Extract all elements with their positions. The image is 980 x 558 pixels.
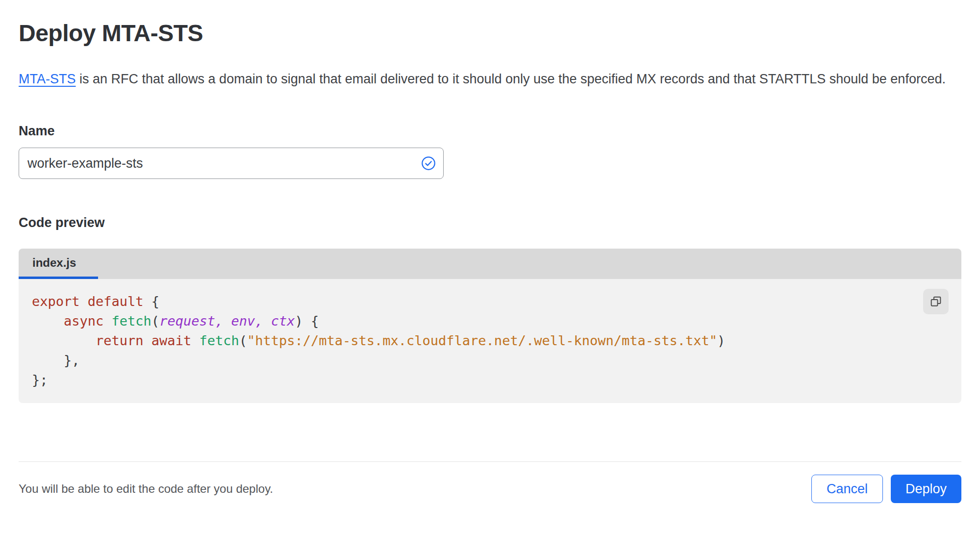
description: MTA-STS is an RFC that allows a domain t… [19, 68, 961, 90]
tab-label: index.js [32, 256, 76, 270]
name-input[interactable] [19, 148, 444, 179]
code-line: async fetch(request, env, ctx) { [32, 311, 961, 331]
copy-code-button[interactable] [923, 289, 949, 314]
code-line: }; [32, 370, 961, 390]
cancel-button[interactable]: Cancel [811, 475, 883, 503]
footer: You will be able to edit the code after … [19, 462, 961, 503]
code-content: export default { async fetch(request, en… [32, 292, 961, 390]
mta-sts-link[interactable]: MTA-STS [19, 72, 76, 86]
code-body: export default { async fetch(request, en… [19, 279, 961, 403]
footer-buttons: Cancel Deploy [811, 475, 961, 503]
deploy-button[interactable]: Deploy [891, 475, 961, 503]
name-input-wrapper [19, 148, 444, 179]
copy-icon [929, 295, 943, 308]
code-tab-bar: index.js [19, 249, 961, 279]
code-line: export default { [32, 292, 961, 311]
code-editor: index.js export default { async fetch(re… [19, 249, 961, 403]
name-label: Name [19, 124, 961, 139]
code-line: }, [32, 351, 961, 370]
description-text: is an RFC that allows a domain to signal… [76, 72, 946, 86]
page-title: Deploy MTA-STS [19, 20, 961, 47]
tab-index-js[interactable]: index.js [19, 249, 98, 279]
code-preview-label: Code preview [19, 215, 961, 230]
deploy-mta-sts-page: Deploy MTA-STS MTA-STS is an RFC that al… [0, 0, 980, 558]
footer-note: You will be able to edit the code after … [19, 482, 273, 496]
code-line: return await fetch("https://mta-sts.mx.c… [32, 331, 961, 351]
